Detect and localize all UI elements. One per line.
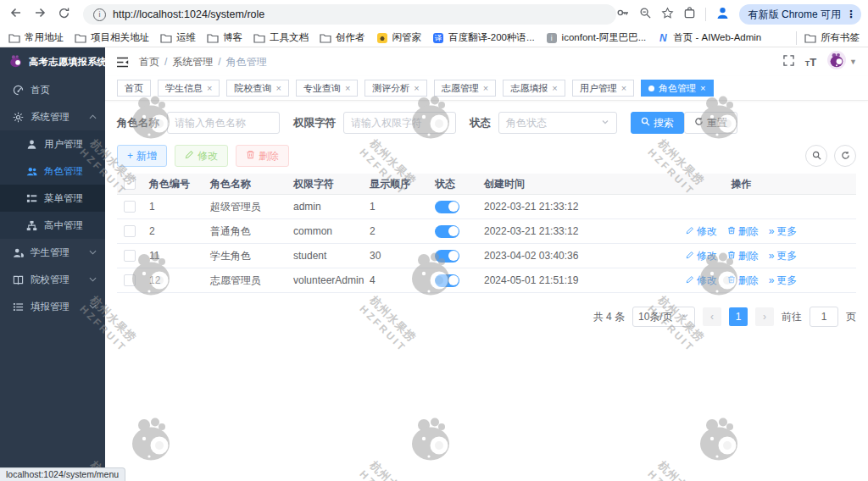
select-all-checkbox[interactable] (124, 178, 136, 190)
bookmark-item[interactable]: 博客 (207, 31, 242, 44)
sidebar-item-college[interactable]: 院校管理 (0, 266, 105, 293)
sidebar-item-menu[interactable]: 菜单管理 (0, 185, 105, 212)
toolbar-right: 有新版 Chrome 可用 ⋮ (616, 4, 861, 25)
reload-button[interactable] (53, 3, 75, 25)
breadcrumb-home[interactable]: 首页 (139, 55, 159, 69)
tabs-bar: 首页 × 学生信息 × 院校查询 × 专业查询 × 测评分析 × 志愿管理 × … (105, 76, 868, 101)
page-1-button[interactable]: 1 (729, 307, 748, 326)
user-avatar[interactable]: ▼ (827, 51, 857, 73)
tab-首页[interactable]: 首页 × (117, 80, 151, 97)
status-toggle[interactable] (435, 201, 459, 213)
prev-page-button[interactable]: ‹ (703, 307, 721, 326)
close-icon[interactable]: × (414, 84, 419, 93)
perm-key-input[interactable]: 请输入权限字符 (343, 112, 456, 134)
sidebar-item-student[interactable]: 学生管理 (0, 239, 105, 266)
folder-icon (8, 32, 20, 44)
sidebar-item-home[interactable]: 首页 (0, 76, 105, 103)
status-toggle[interactable] (435, 274, 459, 287)
row-more-link[interactable]: »更多 (769, 249, 798, 263)
all-bookmarks-button[interactable]: 所有书签 (804, 31, 860, 44)
close-icon[interactable]: × (207, 84, 212, 93)
add-button[interactable]: + 新增 (117, 145, 167, 167)
row-checkbox[interactable] (124, 225, 136, 237)
tab-角色管理[interactable]: 角色管理 × (641, 80, 713, 97)
status-toggle[interactable] (435, 225, 459, 238)
sidebar-toggle-button[interactable] (116, 57, 129, 68)
row-delete-link[interactable]: 删除 (727, 224, 759, 239)
row-delete-link[interactable]: 删除 (727, 274, 759, 288)
row-checkbox[interactable] (124, 201, 136, 213)
tab-测评分析[interactable]: 测评分析 × (364, 80, 426, 97)
extensions-icon[interactable] (683, 7, 696, 23)
sidebar-item-system[interactable]: 系统管理 (0, 103, 105, 130)
role-name-input[interactable]: 请输入角色名称 (167, 112, 280, 134)
sidebar-item-user[interactable]: 用户管理 (0, 130, 105, 158)
row-edit-link[interactable]: 修改 (686, 274, 717, 288)
chrome-update-button[interactable]: 有新版 Chrome 可用 ⋮ (739, 4, 861, 25)
bookmark-item[interactable]: 译 百度翻译-200种语... (432, 31, 535, 44)
bookmark-item[interactable]: i iconfont-阿里巴巴... (546, 31, 647, 44)
chrome-menu-icon[interactable]: ⋮ (846, 8, 856, 20)
reload-icon (58, 7, 70, 23)
tab-院校查询[interactable]: 院校查询 × (226, 80, 288, 97)
breadcrumb-system[interactable]: 系统管理 (172, 55, 213, 69)
next-page-button[interactable]: › (755, 307, 774, 326)
bookmark-item[interactable]: 创作者 (320, 31, 365, 44)
status-select[interactable]: 角色状态 (498, 112, 617, 134)
tab-志愿填报[interactable]: 志愿填报 × (503, 80, 565, 97)
bookmark-item[interactable]: 工具文档 (253, 31, 309, 44)
close-icon[interactable]: × (621, 84, 626, 93)
row-more-link[interactable]: »更多 (769, 274, 798, 288)
app-logo[interactable]: 高考志愿填报系统 (0, 47, 105, 76)
bookmark-item[interactable]: 常用地址 (8, 31, 64, 44)
row-delete-link[interactable]: 删除 (727, 249, 759, 263)
close-icon[interactable]: × (275, 84, 281, 93)
fullscreen-icon[interactable] (783, 54, 794, 69)
site-info-icon[interactable]: i (93, 8, 106, 21)
tab-专业查询[interactable]: 专业查询 × (296, 80, 358, 97)
close-icon[interactable]: × (345, 84, 350, 93)
forward-button[interactable] (29, 3, 51, 25)
bookmark-item[interactable]: 运维 (160, 31, 196, 44)
bookmark-item[interactable]: 闲管家 (376, 31, 422, 44)
row-checkbox[interactable] (124, 274, 136, 286)
chevron-down-icon (89, 304, 97, 309)
tab-学生信息[interactable]: 学生信息 × (158, 80, 220, 97)
delete-button[interactable]: 删除 (236, 145, 289, 167)
close-icon[interactable]: × (700, 84, 705, 93)
tab-志愿管理[interactable]: 志愿管理 × (434, 80, 496, 97)
chevron-down-icon (601, 117, 609, 129)
row-checkbox[interactable] (124, 250, 136, 262)
sidebar-item-apply[interactable]: 填报管理 (0, 293, 105, 320)
zoom-icon[interactable] (639, 7, 652, 23)
bookmark-star-icon[interactable] (661, 7, 674, 23)
refresh-table-button[interactable] (834, 145, 856, 167)
row-edit-link[interactable]: 修改 (686, 224, 717, 239)
password-key-icon[interactable] (616, 6, 630, 23)
font-size-icon[interactable]: TT (805, 56, 816, 69)
row-more-link[interactable]: »更多 (769, 224, 798, 239)
sidebar-item-highschool[interactable]: 高中管理 (0, 212, 105, 239)
toggle-search-button[interactable] (805, 145, 827, 167)
close-icon[interactable]: × (552, 84, 557, 93)
back-button[interactable] (5, 3, 27, 25)
bookmark-item[interactable]: 项目相关地址 (75, 31, 149, 44)
edit-button[interactable]: 修改 (175, 145, 228, 167)
bookmark-item[interactable]: N 首页 - AIWeb-Admin (657, 31, 761, 44)
sidebar-item-role[interactable]: 角色管理 (0, 158, 105, 185)
forward-icon (33, 6, 47, 23)
table-row: 1 超级管理员 admin 1 2022-03-21 21:33:12 (117, 195, 856, 219)
close-icon[interactable]: × (483, 84, 488, 93)
address-bar[interactable]: i http://localhost:1024/system/role (83, 4, 616, 25)
tab-用户管理[interactable]: 用户管理 × (572, 80, 634, 97)
page-size-select[interactable]: 10条/页 (632, 307, 695, 327)
search-button[interactable]: 搜索 (631, 112, 684, 134)
row-edit-link[interactable]: 修改 (686, 249, 717, 263)
pagination: 共 4 条 10条/页 ‹ 1 › 前往 页 (117, 307, 856, 327)
goto-page-input[interactable] (810, 307, 838, 327)
status-toggle[interactable] (435, 250, 459, 263)
reset-button[interactable]: 重置 (684, 112, 737, 134)
sidebar-menu: 首页系统管理用户管理角色管理菜单管理高中管理学生管理院校管理填报管理 (0, 76, 105, 320)
menu-list-icon (25, 192, 37, 204)
profile-icon[interactable] (715, 6, 730, 24)
